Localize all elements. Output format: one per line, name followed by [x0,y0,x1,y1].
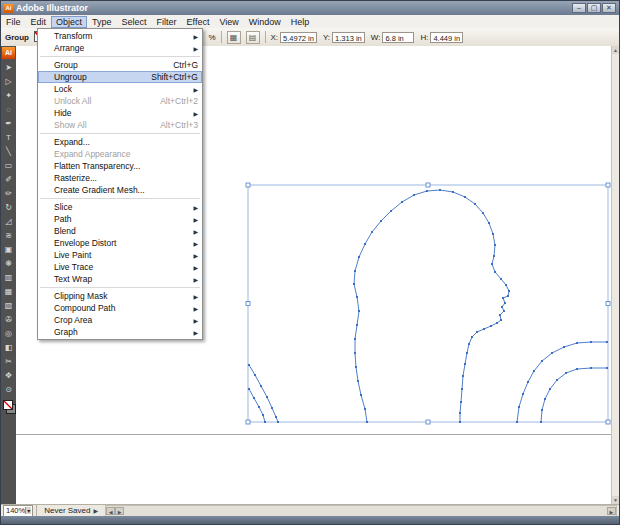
menu-item-label: Unlock All [54,96,91,106]
menu-item-flatten-transparency[interactable]: Flatten Transparency... [38,160,202,172]
menu-select[interactable]: Select [117,16,152,28]
menu-item-crop-area[interactable]: Crop Area▶ [38,314,202,326]
scroll-right-icon[interactable]: ▶ [115,507,124,515]
scroll-right-end-icon[interactable]: ▶ [607,507,616,515]
menu-item-expand[interactable]: Expand... [38,136,202,148]
scroll-up-icon[interactable]: ▲ [612,46,619,54]
menu-view[interactable]: View [214,16,243,28]
scroll-left-icon[interactable]: ◀ [106,507,115,515]
menu-item-label: Compound Path [54,303,115,313]
menu-item-arrange[interactable]: Arrange▶ [38,42,202,54]
menu-item-label: Show All [54,120,87,130]
menu-filter[interactable]: Filter [152,16,182,28]
menu-item-live-paint[interactable]: Live Paint▶ [38,249,202,261]
magic-wand-tool[interactable]: ✦ [2,89,15,103]
field-w-label: W: [371,33,381,42]
align-panel-icon[interactable]: ▦ [227,31,241,44]
hand-tool[interactable]: ✥ [2,369,15,383]
illustrator-logo-icon[interactable]: Ai [2,47,15,59]
rectangle-tool[interactable]: ▭ [2,159,15,173]
menu-edit[interactable]: Edit [26,16,52,28]
zoom-tool[interactable]: ⊙ [2,383,15,397]
selection-tool[interactable]: ➤ [2,61,15,75]
maximize-button[interactable]: ▢ [587,3,601,13]
field-w-input[interactable]: 6.8 in [382,32,414,43]
scale-tool[interactable]: ◿ [2,215,15,229]
lasso-tool[interactable]: ◌ [2,103,15,117]
eyedropper-tool[interactable]: ✇ [2,313,15,327]
menu-bar: FileEditObjectTypeSelectFilterEffectView… [1,15,619,29]
status-bar: 140% ▾ Never Saved ▶ ◀ ▶ ▶ [1,504,619,516]
field-h-input[interactable]: 4.449 in [430,32,463,43]
menu-item-hide[interactable]: Hide▶ [38,107,202,119]
vertical-scrollbar[interactable]: ▲ ▼ [611,46,619,504]
transform-fields: X:5.4972 inY:1.313 inW:6.8 inH:4.449 in [271,32,464,43]
type-tool[interactable]: T [2,131,15,145]
menu-item-blend[interactable]: Blend▶ [38,225,202,237]
close-button[interactable]: ✕ [602,3,616,13]
submenu-arrow-icon: ▶ [185,216,198,223]
menu-type[interactable]: Type [87,16,117,28]
menu-item-live-trace[interactable]: Live Trace▶ [38,261,202,273]
rotate-tool[interactable]: ↻ [2,201,15,215]
slice-tool[interactable]: ✂ [2,355,15,369]
tools-list: ➤▷✦◌✒T╲▭✐✏↻◿≋▣❋▥▦▧✇◎◧✂✥⊙ [2,61,15,397]
menu-item-rasterize[interactable]: Rasterize... [38,172,202,184]
menu-item-label: Blend [54,226,76,236]
horizontal-scrollbar[interactable]: ◀ ▶ ▶ [105,505,617,517]
menu-item-label: Graph [54,327,78,337]
submenu-arrow-icon: ▶ [185,276,198,283]
minimize-button[interactable]: – [572,3,586,13]
line-segment-tool[interactable]: ╲ [2,145,15,159]
column-graph-tool[interactable]: ▥ [2,271,15,285]
menu-file[interactable]: File [1,16,26,28]
menu-item-ungroup[interactable]: UngroupShift+Ctrl+G [38,71,202,83]
menu-window[interactable]: Window [244,16,286,28]
menu-item-envelope-distort[interactable]: Envelope Distort▶ [38,237,202,249]
divider [221,31,222,43]
opacity-unit: % [208,33,215,42]
menu-item-compound-path[interactable]: Compound Path▶ [38,302,202,314]
live-paint-bucket-tool[interactable]: ◧ [2,341,15,355]
menu-item-group[interactable]: GroupCtrl+G [38,59,202,71]
menu-item-slice[interactable]: Slice▶ [38,201,202,213]
warp-tool[interactable]: ≋ [2,229,15,243]
free-transform-tool[interactable]: ▣ [2,243,15,257]
mesh-tool[interactable]: ▦ [2,285,15,299]
menu-item-text-wrap[interactable]: Text Wrap▶ [38,273,202,285]
blend-tool[interactable]: ◎ [2,327,15,341]
submenu-arrow-icon: ▶ [185,240,198,247]
field-x-input[interactable]: 5.4972 in [280,32,317,43]
menu-item-clipping-mask[interactable]: Clipping Mask▶ [38,290,202,302]
fill-stroke-indicator[interactable] [2,399,15,413]
direct-selection-tool[interactable]: ▷ [2,75,15,89]
scroll-down-icon[interactable]: ▼ [612,496,619,504]
menu-object[interactable]: Object [51,16,87,28]
pencil-tool[interactable]: ✏ [2,187,15,201]
gradient-tool[interactable]: ▧ [2,299,15,313]
window-controls: – ▢ ✕ [572,3,616,13]
transform-panel-icon[interactable]: ▤ [246,31,260,44]
symbol-sprayer-tool[interactable]: ❋ [2,257,15,271]
field-y-input[interactable]: 1.313 in [332,32,365,43]
field-y: Y:1.313 in [323,32,365,43]
menu-effect[interactable]: Effect [182,16,215,28]
pen-tool[interactable]: ✒ [2,117,15,131]
menu-item-label: Live Trace [54,262,93,272]
menu-item-graph[interactable]: Graph▶ [38,326,202,338]
submenu-arrow-icon: ▶ [185,317,198,324]
menu-help[interactable]: Help [286,16,315,28]
status-menu-arrow-icon[interactable]: ▶ [93,507,98,514]
zoom-level-combo[interactable]: 140% ▾ [3,505,33,517]
window-frame-bottom [1,516,619,524]
menu-item-create-gradient-mesh[interactable]: Create Gradient Mesh... [38,184,202,196]
paintbrush-tool[interactable]: ✐ [2,173,15,187]
menu-shortcut: Shift+Ctrl+G [143,72,198,82]
submenu-arrow-icon: ▶ [185,45,198,52]
menu-item-path[interactable]: Path▶ [38,213,202,225]
menu-item-lock[interactable]: Lock▶ [38,83,202,95]
menu-item-label: Ungroup [54,72,87,82]
menu-item-label: Hide [54,108,71,118]
menu-item-transform[interactable]: Transform▶ [38,30,202,42]
chevron-down-icon[interactable]: ▾ [25,507,31,514]
